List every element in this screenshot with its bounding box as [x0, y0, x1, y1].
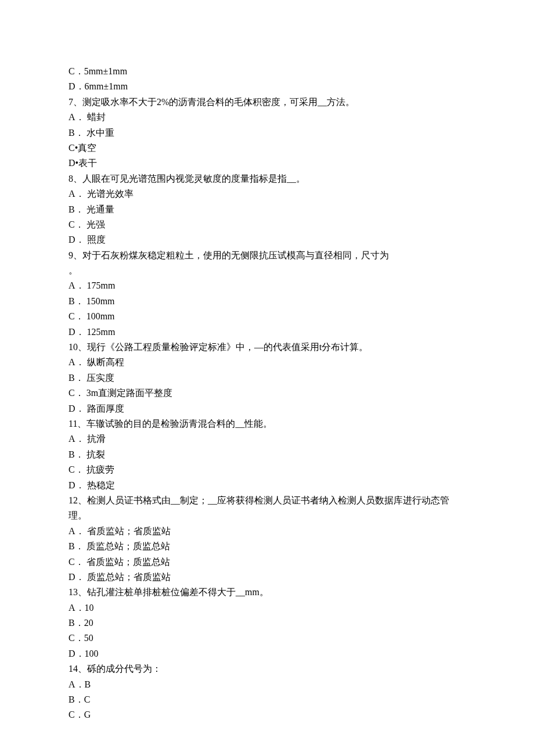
- text-line: B． 压实度: [68, 370, 466, 386]
- text-line: A．10: [68, 600, 466, 615]
- text-line: C．5mm±1mm: [68, 64, 466, 79]
- text-line: 7、测定吸水率不大于2%的沥青混合料的毛体积密度，可采用__方法。: [68, 95, 466, 110]
- text-line: 14、砾的成分代号为：: [68, 661, 466, 676]
- text-line: A． 175mm: [68, 278, 466, 293]
- text-line: D． 路面厚度: [68, 401, 466, 416]
- text-line: C．G: [68, 707, 466, 722]
- text-line: D． 质监总站；省质监站: [68, 570, 466, 585]
- text-line: D． 热稳定: [68, 478, 466, 493]
- text-line: A． 蜡封: [68, 110, 466, 125]
- text-line: B． 150mm: [68, 294, 466, 309]
- text-line: D•表干: [68, 156, 466, 171]
- text-line: D．100: [68, 646, 466, 661]
- text-line: C．50: [68, 631, 466, 646]
- text-line: A．B: [68, 677, 466, 692]
- text-line: A． 抗滑: [68, 431, 466, 447]
- text-line: B． 抗裂: [68, 447, 466, 462]
- text-line: 12、检测人员证书格式由__制定；__应将获得检测人员证书者纳入检测人员数据库进…: [68, 493, 466, 524]
- text-line: 13、钻孔灌注桩单排桩桩位偏差不得大于__mm。: [68, 585, 466, 600]
- text-line: B． 质监总站；质监总站: [68, 539, 466, 554]
- text-line: C． 3m直测定路面平整度: [68, 386, 466, 401]
- text-line: A． 光谱光效率: [68, 186, 466, 201]
- text-line: C． 100mm: [68, 309, 466, 324]
- text-line: 10、现行《公路工程质量检验评定标准》中，—的代表值采用t分布计算。: [68, 340, 466, 355]
- text-line: 11、车辙试验的目的是检验沥青混合料的__性能。: [68, 416, 466, 431]
- document-body: C．5mm±1mmD．6mm±1mm7、测定吸水率不大于2%的沥青混合料的毛体积…: [68, 64, 466, 723]
- text-line: 8、人眼在可见光谱范围内视觉灵敏度的度量指标是指__。: [68, 171, 466, 186]
- text-line: 。: [68, 263, 466, 278]
- text-line: A． 纵断高程: [68, 355, 466, 370]
- text-line: C． 省质监站；质监总站: [68, 555, 466, 570]
- text-line: D． 125mm: [68, 325, 466, 340]
- text-line: 9、对于石灰粉煤灰稳定粗粒土，使用的无侧限抗压试模高与直径相同，尺寸为: [68, 248, 466, 263]
- text-line: B．C: [68, 692, 466, 707]
- text-line: C． 抗疲劳: [68, 462, 466, 477]
- text-line: B．20: [68, 615, 466, 631]
- text-line: C． 光强: [68, 217, 466, 232]
- document-page: C．5mm±1mmD．6mm±1mm7、测定吸水率不大于2%的沥青混合料的毛体积…: [0, 0, 534, 756]
- text-line: B． 光通量: [68, 202, 466, 217]
- text-line: D．6mm±1mm: [68, 79, 466, 94]
- text-line: B． 水中重: [68, 125, 466, 141]
- text-line: D． 照度: [68, 232, 466, 247]
- text-line: C•真空: [68, 141, 466, 156]
- text-line: A． 省质监站；省质监站: [68, 524, 466, 539]
